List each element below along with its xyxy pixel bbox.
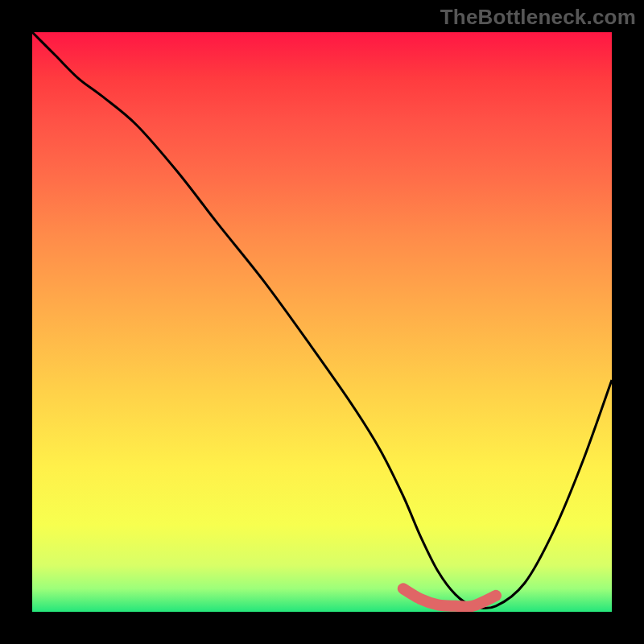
optimal-region-highlight — [403, 588, 496, 607]
chart-frame: TheBottleneck.com — [0, 0, 644, 644]
bottleneck-curve — [32, 32, 612, 609]
watermark-text: TheBottleneck.com — [440, 5, 636, 30]
chart-svg — [32, 32, 612, 612]
